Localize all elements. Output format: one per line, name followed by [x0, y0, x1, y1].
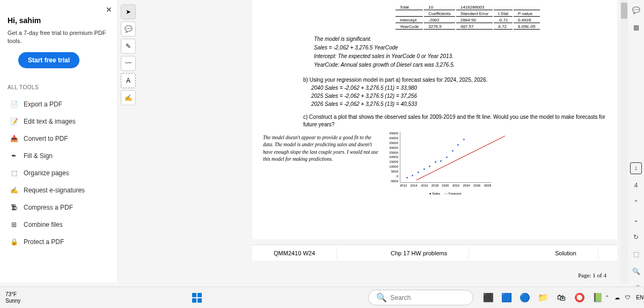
page-1-button[interactable]: 1	[630, 162, 642, 174]
scroll-thumb[interactable]	[621, 3, 627, 19]
zoom-in-icon[interactable]: 🔍	[630, 266, 642, 277]
comment-tool-icon[interactable]: 💬	[121, 22, 136, 37]
edge-icon[interactable]: 🔵	[518, 291, 532, 305]
text-tool-icon[interactable]: A	[121, 73, 136, 88]
close-icon[interactable]: ✕	[106, 5, 112, 14]
language-indicator[interactable]: ENG	[636, 295, 644, 300]
store-icon[interactable]: 🛍	[554, 291, 568, 305]
tool-icon: 🔒	[10, 238, 18, 246]
legend-sales: ● Sales	[429, 192, 440, 195]
tool-export-a-pdf[interactable]: 📄Export a PDF	[8, 96, 110, 113]
tool-icon: ⊞	[10, 220, 18, 229]
tool-edit-text-images[interactable]: 📝Edit text & images	[8, 113, 110, 130]
page-4-button[interactable]: 4	[630, 180, 642, 191]
forecast-chart: 4500040000350003000025000200001500010000…	[386, 132, 494, 202]
svg-rect-1	[192, 293, 196, 297]
tool-protect-a-pdf[interactable]: 🔒Protect a PDF	[8, 233, 110, 250]
rotate-icon[interactable]: ↻	[630, 231, 642, 243]
tool-compress-a-pdf[interactable]: 🗜Compress a PDF	[8, 199, 110, 216]
explorer-icon[interactable]: 📁	[536, 291, 550, 305]
svg-rect-3	[192, 298, 196, 303]
trial-text: Get a 7-day free trial to premium PDF to…	[8, 29, 110, 46]
windows-taskbar: 73°F Sunny 🔍 ⬛ 🟦 🔵 📁 🛍 ⭕ 📗 ⌃ ☁ 🛡 ENG 📶 🔊…	[0, 286, 644, 308]
tool-fill-sign[interactable]: ✒Fill & Sign	[8, 147, 110, 164]
svg-rect-4	[197, 298, 202, 303]
chat-icon[interactable]: 💬	[630, 4, 642, 16]
page-number: Page: 1 of 4	[578, 272, 606, 278]
tool-icon: ✒	[10, 152, 18, 160]
chevron-down-icon[interactable]: ⌄	[630, 214, 642, 226]
weather-widget[interactable]: 73°F Sunny	[5, 291, 20, 304]
tab-hw[interactable]: Chp 17 HW problems	[369, 247, 469, 260]
section-b: b) Using your regression model in part a…	[303, 76, 609, 108]
chart-comment: The model doesn't appear to provide a go…	[263, 134, 381, 163]
tool-icon: 📝	[10, 117, 18, 126]
highlight-tool-icon[interactable]: ✎	[121, 39, 136, 54]
vertical-toolbar: ➤ 💬 ✎ 〰 A ✍	[121, 4, 137, 105]
tool-request-e-signatures[interactable]: ✍Request e-signatures	[8, 182, 110, 199]
tool-convert-to-pdf[interactable]: 📥Convert to PDF	[8, 130, 110, 147]
task-view-icon[interactable]: ⬛	[481, 291, 495, 305]
tool-organize-pages[interactable]: ⬚Organize pages	[8, 164, 110, 182]
anova-table: Total101416286003 CoefficientsStandard E…	[394, 4, 541, 31]
tool-icon: ✍	[10, 186, 18, 195]
sign-tool-icon[interactable]: ✍	[121, 90, 136, 105]
document-page: Total101416286003 CoefficientsStandard E…	[252, 0, 617, 239]
chrome-icon[interactable]: ⭕	[573, 291, 587, 305]
tool-icon: 📄	[10, 100, 18, 109]
tool-icon: ⬚	[10, 169, 18, 177]
draw-tool-icon[interactable]: 〰	[121, 56, 136, 71]
taskbar-search[interactable]: 🔍	[368, 290, 473, 305]
tab-solution[interactable]: Solution	[533, 247, 598, 260]
tool-icon: 🗜	[10, 203, 18, 212]
chevron-up-icon[interactable]: ⌃	[630, 197, 642, 209]
model-interpretation: The model is significant. Sales = -2,062…	[314, 35, 609, 69]
vertical-scrollbar[interactable]	[620, 0, 628, 282]
search-input[interactable]	[390, 294, 465, 302]
greeting: Hi, sahim	[8, 16, 110, 25]
tab-course[interactable]: QMM2410 W24	[252, 247, 337, 260]
fit-page-icon[interactable]: ⬚	[630, 248, 642, 260]
left-sidebar: ✕ Hi, sahim Get a 7-day free trial to pr…	[0, 0, 118, 282]
tray-chevron-icon[interactable]: ⌃	[605, 295, 609, 300]
pointer-tool-icon[interactable]: ➤	[121, 4, 136, 19]
document-tabs: QMM2410 W24 Chp 17 HW problems Solution	[252, 245, 617, 261]
right-rail: 💬 ▦ 1 4 ⌃ ⌄ ↻ ⬚ 🔍 🔎	[628, 4, 644, 295]
excel-icon[interactable]: 📗	[591, 291, 605, 305]
security-icon[interactable]: 🛡	[625, 295, 631, 300]
search-icon: 🔍	[376, 292, 387, 303]
tool-icon: 📥	[10, 134, 18, 143]
copilot-icon[interactable]: 🟦	[500, 291, 514, 305]
tool-combine-files[interactable]: ⊞Combine files	[8, 216, 110, 233]
legend-forecast: — Forecast	[444, 192, 461, 195]
start-button[interactable]	[192, 291, 202, 305]
svg-rect-2	[197, 293, 202, 297]
onedrive-icon[interactable]: ☁	[614, 295, 620, 300]
apps-icon[interactable]: ▦	[630, 22, 642, 33]
section-c: c) Construct a plot that shows the obser…	[303, 113, 609, 128]
all-tools-header: ALL TOOLS	[8, 84, 110, 90]
svg-line-0	[416, 136, 505, 180]
start-trial-button[interactable]: Start free trial	[18, 52, 79, 68]
